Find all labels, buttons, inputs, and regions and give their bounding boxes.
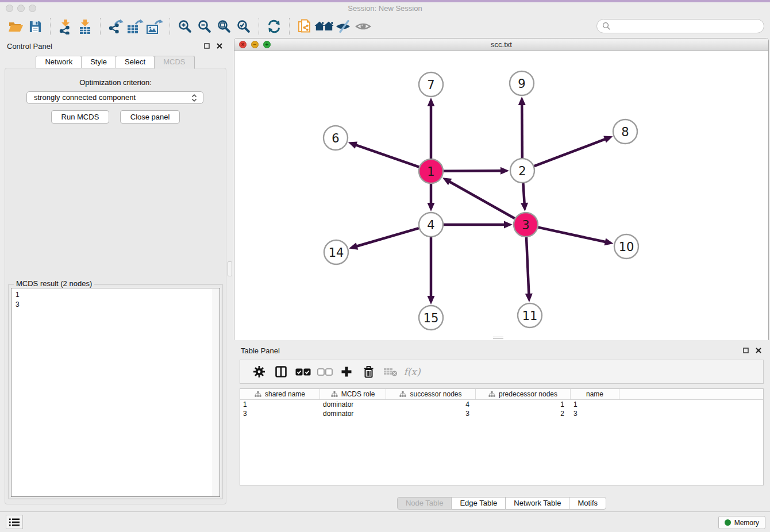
tab-select[interactable]: Select xyxy=(116,56,155,68)
search-input[interactable] xyxy=(611,21,764,32)
table-toolbar: f(x) xyxy=(240,360,764,384)
add-row-icon[interactable] xyxy=(336,361,357,382)
chevron-up-down-icon xyxy=(190,94,198,102)
zoom-window-button[interactable] xyxy=(29,5,36,12)
table-cell: 3 xyxy=(571,409,619,418)
tab-style[interactable]: Style xyxy=(81,56,116,68)
graph-edge-2-9[interactable] xyxy=(522,103,522,158)
graph-edge-arrowhead xyxy=(348,141,357,148)
refresh-icon[interactable] xyxy=(264,17,284,36)
eye-visible-icon[interactable] xyxy=(353,17,373,36)
graph-edge-3-1[interactable] xyxy=(448,181,514,218)
close-panel-button[interactable]: Close panel xyxy=(120,110,180,124)
result-line: 3 xyxy=(16,300,220,310)
network-canvas[interactable]: 7968124314101511 xyxy=(234,51,768,340)
export-table-icon[interactable] xyxy=(125,17,145,36)
close-table-panel-icon[interactable] xyxy=(754,346,763,355)
graph-edge-1-6[interactable] xyxy=(355,145,419,167)
table-row[interactable]: 1dominator411 xyxy=(240,400,763,409)
open-folder-icon[interactable] xyxy=(6,17,25,36)
graph-edge-arrowhead xyxy=(428,98,435,106)
graph-edge-1-2[interactable] xyxy=(444,171,502,171)
tab-mcds[interactable]: MCDS xyxy=(154,56,194,69)
criterion-select[interactable]: strongly connected component xyxy=(26,91,203,104)
zoom-selected-icon[interactable] xyxy=(234,17,253,36)
graph-edge-3-10[interactable] xyxy=(538,228,606,242)
memory-status-dot xyxy=(725,519,731,526)
tab-network-table[interactable]: Network Table xyxy=(505,497,569,510)
memory-label: Memory xyxy=(734,519,759,527)
import-network-icon[interactable] xyxy=(56,17,75,36)
tab-node-table[interactable]: Node Table xyxy=(397,497,452,510)
delete-row-icon[interactable] xyxy=(357,361,379,382)
column-header-name[interactable]: name xyxy=(571,389,619,399)
toggle-column-icon[interactable] xyxy=(270,361,292,382)
result-scrollbar[interactable] xyxy=(213,289,219,496)
attribute-tree-icon xyxy=(399,391,406,398)
graph-edge-2-3[interactable] xyxy=(523,183,524,205)
control-panel-tabs: Network Style Select MCDS xyxy=(0,56,231,69)
graph-edge-arrowhead xyxy=(603,136,613,142)
column-header-mcds-role[interactable]: MCDS role xyxy=(320,389,386,399)
graph-node-label: 11 xyxy=(522,309,538,323)
graph-node-label: 6 xyxy=(332,132,339,145)
network-close-button[interactable]: × xyxy=(239,41,247,48)
memory-button[interactable]: Memory xyxy=(718,516,765,529)
task-list-button[interactable] xyxy=(6,515,23,529)
column-header-shared-name[interactable]: shared name xyxy=(240,389,320,399)
graph-edge-arrowhead xyxy=(504,221,513,229)
network-document-icon[interactable] xyxy=(295,17,314,36)
select-all-checkboxes-icon[interactable] xyxy=(292,361,314,382)
tab-motifs[interactable]: Motifs xyxy=(569,497,606,510)
network-zoom-button[interactable]: + xyxy=(263,41,271,48)
attribute-tree-icon xyxy=(255,391,261,398)
home-pair-icon[interactable] xyxy=(314,17,334,36)
eye-hidden-icon[interactable] xyxy=(334,17,353,36)
graph-edge-3-11[interactable] xyxy=(526,237,529,295)
export-image-icon[interactable] xyxy=(145,17,164,36)
graph-edge-4-14[interactable] xyxy=(356,228,419,246)
network-window-titlebar[interactable]: × − + scc.txt xyxy=(234,38,768,51)
graph-edge-arrowhead xyxy=(500,167,509,175)
deselect-all-checkboxes-icon[interactable] xyxy=(314,361,336,382)
control-panel-header: Control Panel xyxy=(0,38,231,54)
network-resize-grip[interactable] xyxy=(493,337,503,339)
zoom-in-icon[interactable] xyxy=(175,17,195,36)
float-panel-icon[interactable] xyxy=(202,41,211,51)
criterion-value: strongly connected component xyxy=(34,93,136,102)
table-tabs: Node Table Edge Table Network Table Moti… xyxy=(234,497,770,510)
table-cell: dominator xyxy=(320,400,386,409)
column-header-predecessor-nodes[interactable]: predecessor nodes xyxy=(476,389,571,399)
graph-node-label: 14 xyxy=(329,246,344,260)
table-row[interactable]: 3dominator323 xyxy=(240,409,763,418)
mcds-result-text[interactable]: 1 3 xyxy=(11,288,220,497)
save-session-icon[interactable] xyxy=(25,17,45,36)
close-panel-icon[interactable] xyxy=(215,41,224,51)
toolbar-separator xyxy=(100,18,101,35)
table-cell: 4 xyxy=(386,400,476,409)
table-header-row: shared name MCDS role successor nodes pr… xyxy=(240,389,763,400)
float-table-panel-icon[interactable] xyxy=(741,346,750,355)
export-network-icon[interactable] xyxy=(106,17,125,36)
table-cell: 3 xyxy=(386,409,476,418)
tab-network[interactable]: Network xyxy=(36,56,82,68)
graph-edge-2-8[interactable] xyxy=(534,138,607,166)
column-header-successor-nodes[interactable]: successor nodes xyxy=(386,389,476,399)
graph-edge-arrowhead xyxy=(428,203,435,211)
network-minimize-button[interactable]: − xyxy=(251,41,259,48)
import-table-icon[interactable] xyxy=(75,17,95,36)
window-titlebar: Session: New Session xyxy=(0,2,770,15)
run-mcds-button[interactable]: Run MCDS xyxy=(51,110,110,124)
search-box[interactable] xyxy=(596,19,764,33)
minimize-window-button[interactable] xyxy=(17,5,25,12)
settings-gear-icon[interactable] xyxy=(248,361,270,382)
panel-splitter-handle[interactable] xyxy=(228,261,232,276)
zoom-fit-icon[interactable] xyxy=(214,17,234,36)
toolbar-separator xyxy=(289,18,290,35)
table-panel-title: Table Panel xyxy=(241,346,280,355)
close-window-button[interactable] xyxy=(6,5,13,12)
attribute-tree-icon xyxy=(331,391,338,398)
tab-edge-table[interactable]: Edge Table xyxy=(451,497,506,510)
zoom-out-icon[interactable] xyxy=(195,17,214,36)
network-window-title: scc.txt xyxy=(234,38,768,51)
